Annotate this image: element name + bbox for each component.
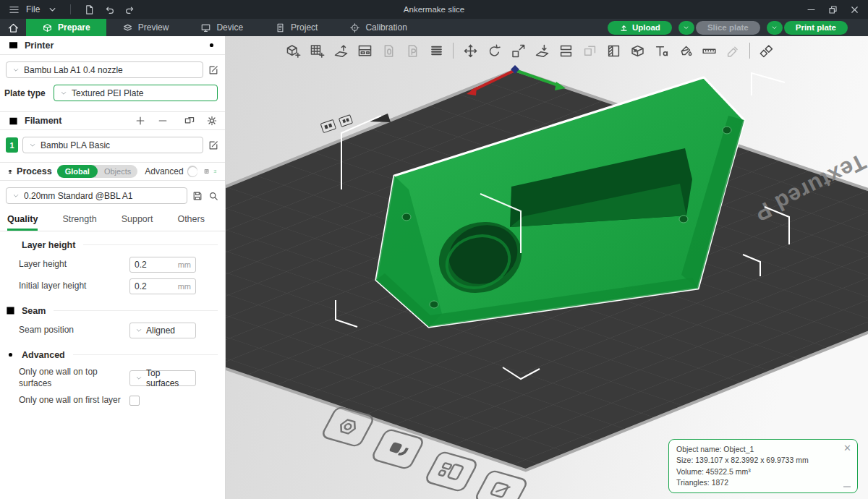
auto-orient-icon[interactable] [331,41,350,60]
maximize-button[interactable] [823,2,842,17]
tab-preview[interactable]: Preview [106,19,185,36]
filament-preset-select[interactable]: Bambu PLA Basic [22,137,203,153]
process-scope-toggle: Global Objects [57,165,138,178]
paint-tool-icon[interactable] [676,41,694,60]
layer-height-section: Layer height [0,231,225,254]
file-menu-chevron-icon[interactable] [44,2,60,17]
one-wall-top-select[interactable]: Top surfaces [129,370,196,386]
seam-position-select[interactable]: Aligned [129,323,196,338]
tab-prepare-label: Prepare [58,22,90,33]
upload-button[interactable]: Upload [608,21,672,35]
plate-name-button[interactable] [475,470,528,499]
edit-printer-icon[interactable] [208,64,219,76]
move-icon[interactable] [461,41,480,60]
rotate-icon[interactable] [485,41,503,60]
scope-global-button[interactable]: Global [57,165,98,178]
remove-filament-icon[interactable] [157,115,169,127]
tab-prepare[interactable]: Prepare [26,19,106,36]
undo-icon[interactable] [101,2,117,17]
print-plate-button[interactable]: Print plate [784,21,848,35]
slicer-app: File Ankermake slice Prepare Preview Dev… [0,0,868,499]
merge-icon [580,41,599,60]
plate-type-select[interactable]: Textured PEI Plate [54,85,218,101]
toolbar-separator [453,43,454,59]
info-panel-collapse-icon[interactable] [843,486,851,487]
edit-filament-icon[interactable] [208,140,219,151]
process-section-header: Process Global Objects Advanced [0,162,225,181]
minimize-button[interactable] [801,2,820,17]
print-plate-dropdown[interactable] [767,21,783,35]
tab-quality[interactable]: Quality [7,213,38,231]
preview-icon [122,22,133,33]
file-menu[interactable]: File [26,4,40,14]
object-size-text: Size: 139.107 x 82.3992 x 69.9733 mm [676,455,838,466]
layers-icon[interactable] [427,41,446,60]
printer-preset-select[interactable]: Bambu Lab A1 0.4 nozzle [6,61,203,78]
toolbar-separator [749,43,750,59]
text-tool-icon[interactable] [652,41,671,60]
advanced-section: Advanced [0,341,225,364]
tab-preview-label: Preview [138,22,169,33]
tab-device[interactable]: Device [184,19,259,36]
home-icon [7,22,20,34]
layer-height-input[interactable]: 0.2 mm [129,257,196,273]
object-name-text: Object name: Object_1 [676,444,838,455]
redo-icon[interactable] [122,2,137,17]
slice-plate-button[interactable]: Slice plate [696,21,760,35]
plate-type-label: Plate type [1,88,46,98]
menu-hamburger-icon[interactable] [6,2,22,17]
parameter-list-icon[interactable] [204,166,210,177]
arrange-icon[interactable] [355,41,374,60]
printer-settings-gear-icon[interactable] [205,39,218,51]
device-icon [200,22,211,33]
plate-arrange-button[interactable] [425,451,478,492]
process-icon [7,166,13,178]
scope-objects-button[interactable]: Objects [98,165,137,178]
printer-icon [7,39,20,51]
tab-calibration[interactable]: Calibration [333,19,422,36]
add-filament-icon[interactable] [135,115,146,127]
cut-icon[interactable] [556,41,575,60]
home-button[interactable] [0,19,26,36]
tab-project[interactable]: Project [259,19,333,36]
scale-icon[interactable] [509,41,527,60]
filament-icon [7,115,20,127]
object-triangles-text: Triangles: 1872 [676,477,838,488]
info-panel-close-icon[interactable]: ✕ [843,443,851,453]
tab-others[interactable]: Others [177,213,205,231]
filament-settings-gear-icon[interactable] [206,115,218,127]
measure-icon[interactable] [699,41,718,60]
one-wall-first-layer-label: Only one wall on first layer [19,395,129,406]
viewport-3d[interactable]: Textured P [226,36,868,499]
compare-presets-icon[interactable] [213,166,218,176]
add-object-icon[interactable] [284,41,302,60]
place-on-face-icon[interactable] [532,41,551,60]
object-volume-text: Volume: 45922.5 mm³ [676,466,838,477]
process-preset-select[interactable]: 0.20mm Standard @BBL A1 [6,187,187,204]
titlebar: File Ankermake slice [0,0,868,19]
filament-slot-badge[interactable]: 1 [6,137,18,153]
save-preset-icon[interactable] [192,190,203,202]
close-button[interactable] [845,2,864,17]
assembly-icon[interactable] [757,41,776,60]
tab-strength[interactable]: Strength [62,213,96,231]
sync-filament-icon[interactable] [184,115,195,127]
object-info-panel: Object name: Object_1 Size: 139.107 x 82… [668,439,858,493]
one-wall-first-layer-checkbox[interactable] [129,396,140,406]
save-project-icon[interactable] [81,2,97,17]
tab-device-label: Device [216,22,243,33]
viewport-toolbar [284,39,776,62]
slice-plate-dropdown[interactable] [678,21,694,35]
filament-section-title: Filament [25,116,61,126]
prepare-icon [42,22,53,33]
add-plate-icon[interactable] [307,41,326,60]
search-settings-icon[interactable] [208,190,219,202]
process-section-title: Process [17,166,52,176]
titlebar-divider [70,4,71,14]
advanced-toggle-switch[interactable] [187,166,197,177]
tab-support[interactable]: Support [122,213,153,231]
initial-layer-height-input[interactable]: 0.2 mm [129,278,196,294]
mesh-boolean-icon[interactable] [628,41,647,60]
variable-layer-height-icon[interactable] [604,41,623,60]
seam-section: Seam [0,297,225,320]
